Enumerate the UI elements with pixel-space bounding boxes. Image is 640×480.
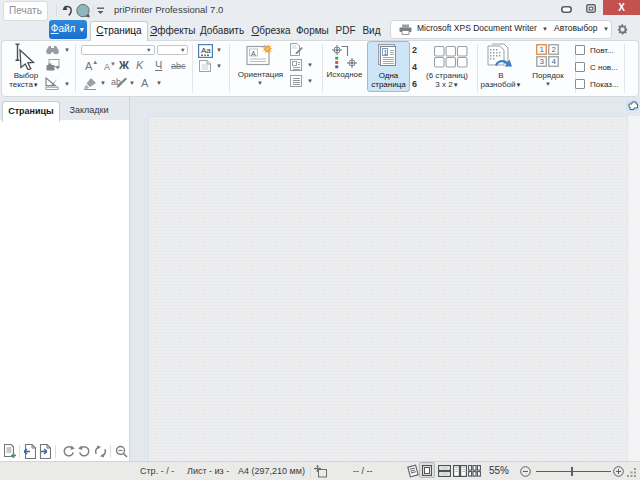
svg-text:2: 2 bbox=[552, 45, 557, 54]
svg-text:4: 4 bbox=[552, 57, 557, 66]
svg-text:A: A bbox=[251, 50, 256, 57]
svg-text:3: 3 bbox=[540, 57, 545, 66]
svg-text:Aa: Aa bbox=[201, 46, 211, 55]
svg-text:1: 1 bbox=[540, 45, 545, 54]
svg-text:1: 1 bbox=[384, 49, 388, 56]
